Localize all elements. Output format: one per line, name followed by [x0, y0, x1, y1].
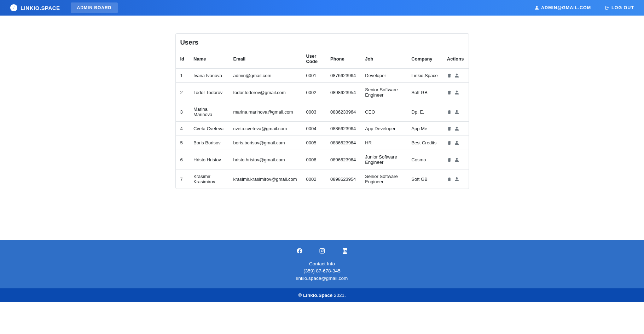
cell-code: 0005 — [301, 136, 326, 150]
cell-job: App Developer — [360, 122, 407, 136]
cell-job: Senior Software Engineer — [360, 169, 407, 189]
footer-top: Contact Info (359) 87-678-345 linkio.spa… — [0, 240, 644, 288]
rocket-icon — [10, 4, 18, 12]
table-row: 6 Hristo Hristov hristo.hristov@gmail.co… — [176, 150, 469, 169]
cell-id: 4 — [176, 122, 189, 136]
main-content: Users Id Name Email User Code Phone Job … — [0, 16, 644, 210]
table-row: 4 Cveta Cveteva cveta.cveteva@gmail.com … — [176, 122, 469, 136]
cell-id: 3 — [176, 102, 189, 122]
cell-company: Best Credits — [407, 136, 442, 150]
cell-name: Cveta Cveteva — [189, 122, 228, 136]
users-table: Id Name Email User Code Phone Job Compan… — [176, 50, 469, 189]
th-company: Company — [407, 50, 442, 69]
cell-email: boris.borisov@gmail.com — [228, 136, 301, 150]
trash-icon[interactable] — [447, 177, 452, 182]
table-row: 2 Todor Todorov todor.todorov@gmail.com … — [176, 83, 469, 102]
th-id: Id — [176, 50, 189, 69]
admin-board-button[interactable]: ADMIN BOARD — [71, 2, 118, 13]
th-job: Job — [360, 50, 407, 69]
cell-code: 0002 — [301, 83, 326, 102]
person-icon[interactable] — [454, 177, 459, 182]
copyright-brand: Linkio.Space — [303, 293, 332, 298]
th-email: Email — [228, 50, 301, 69]
cell-code: 0002 — [301, 169, 326, 189]
copyright-suffix: 2021. — [332, 293, 346, 298]
trash-icon[interactable] — [447, 90, 452, 95]
cell-job: Developer — [360, 69, 407, 83]
user-icon — [535, 6, 539, 10]
cell-code: 0004 — [301, 122, 326, 136]
cell-name: Ivana Ivanova — [189, 69, 228, 83]
trash-icon[interactable] — [447, 73, 452, 78]
cell-job: Senior Software Engineer — [360, 83, 407, 102]
cell-id: 2 — [176, 83, 189, 102]
cell-job: Junior Software Engineer — [360, 150, 407, 169]
table-row: 7 Krasimir Krasimirov krasimir.krasimiro… — [176, 169, 469, 189]
contact-email: linkio.space@gmail.com — [0, 275, 644, 282]
cell-actions — [442, 122, 469, 136]
cell-email: todor.todorov@gmail.com — [228, 83, 301, 102]
th-code: User Code — [301, 50, 326, 69]
logout-icon — [605, 6, 609, 10]
cell-name: Hristo Hristov — [189, 150, 228, 169]
person-icon[interactable] — [454, 73, 459, 78]
trash-icon[interactable] — [447, 157, 452, 162]
cell-email: marina.marinova@gmail.com — [228, 102, 301, 122]
cell-id: 6 — [176, 150, 189, 169]
cell-company: Linkio.Space — [407, 69, 442, 83]
cell-email: krasimir.krasimirov@gmail.com — [228, 169, 301, 189]
cell-actions — [442, 69, 469, 83]
cell-name: Krasimir Krasimirov — [189, 169, 228, 189]
logout-link[interactable]: LOG OUT — [605, 5, 634, 10]
cell-company: Soft GB — [407, 169, 442, 189]
cell-phone: 0896623964 — [326, 150, 360, 169]
cell-code: 0006 — [301, 150, 326, 169]
table-row: 1 Ivana Ivanova admin@gmail.com 0001 087… — [176, 69, 469, 83]
person-icon[interactable] — [454, 126, 459, 131]
trash-icon[interactable] — [447, 126, 452, 131]
trash-icon[interactable] — [447, 110, 452, 114]
cell-email: hristo.hristov@gmail.com — [228, 150, 301, 169]
contact-phone: (359) 87-678-345 — [0, 267, 644, 275]
users-card: Users Id Name Email User Code Phone Job … — [175, 33, 469, 189]
th-phone: Phone — [326, 50, 360, 69]
cell-name: Boris Borisov — [189, 136, 228, 150]
cell-job: HR — [360, 136, 407, 150]
cell-actions — [442, 136, 469, 150]
cell-name: Marina Marinova — [189, 102, 228, 122]
logout-text: LOG OUT — [611, 5, 634, 10]
instagram-icon[interactable] — [319, 248, 325, 254]
cell-company: Dp. E. — [407, 102, 442, 122]
cell-name: Todor Todorov — [189, 83, 228, 102]
cell-job: CEO — [360, 102, 407, 122]
cell-code: 0003 — [301, 102, 326, 122]
cell-id: 7 — [176, 169, 189, 189]
person-icon[interactable] — [454, 140, 459, 145]
cell-actions — [442, 169, 469, 189]
trash-icon[interactable] — [447, 140, 452, 145]
cell-company: Cosmo — [407, 150, 442, 169]
facebook-icon[interactable] — [296, 248, 303, 254]
table-row: 3 Marina Marinova marina.marinova@gmail.… — [176, 102, 469, 122]
cell-phone: 0898623954 — [326, 169, 360, 189]
person-icon[interactable] — [454, 90, 459, 95]
contact-label: Contact Info — [0, 260, 644, 267]
cell-actions — [442, 150, 469, 169]
linkedin-icon[interactable] — [342, 248, 348, 254]
person-icon[interactable] — [454, 157, 459, 162]
cell-phone: 0886623964 — [326, 136, 360, 150]
cell-email: cveta.cveteva@gmail.com — [228, 122, 301, 136]
cell-id: 5 — [176, 136, 189, 150]
person-icon[interactable] — [454, 110, 459, 114]
top-nav: LINKIO.SPACE ADMIN BOARD ADMIN@GMAIL.COM… — [0, 0, 644, 16]
table-row: 5 Boris Borisov boris.borisov@gmail.com … — [176, 136, 469, 150]
page-title: Users — [176, 34, 469, 50]
user-email-text: ADMIN@GMAIL.COM — [541, 5, 591, 10]
cell-phone: 0876623964 — [326, 69, 360, 83]
th-actions: Actions — [442, 50, 469, 69]
table-header-row: Id Name Email User Code Phone Job Compan… — [176, 50, 469, 69]
copyright-prefix: © — [298, 293, 303, 298]
brand-logo[interactable]: LINKIO.SPACE — [10, 4, 60, 12]
cell-phone: 0886623964 — [326, 122, 360, 136]
user-email-link[interactable]: ADMIN@GMAIL.COM — [535, 5, 591, 10]
